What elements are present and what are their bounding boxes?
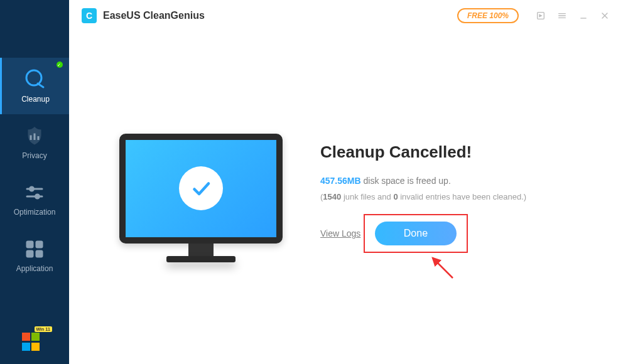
checkmark-icon (179, 166, 223, 210)
cleanup-icon (24, 68, 47, 91)
application-icon (23, 238, 46, 260)
app-logo-icon: C (82, 8, 97, 23)
junk-files-line: (1540 junk files and 0 invalid entries h… (320, 192, 603, 201)
feedback-icon[interactable] (535, 10, 546, 21)
active-check-badge (57, 62, 63, 68)
content-area: Cleanup Cancelled! 457.56MB disk space i… (69, 31, 628, 364)
win-version-tag: Win 11 (35, 326, 53, 332)
view-logs-link[interactable]: View Logs (320, 228, 360, 238)
junk-count-value: 1540 (323, 192, 341, 201)
minimize-icon[interactable] (578, 10, 589, 21)
sidebar-item-label: Cleanup (21, 95, 50, 104)
sidebar: Cleanup Privacy Optimization Application… (0, 0, 69, 364)
svg-point-2 (30, 187, 34, 191)
windows-badge[interactable]: Win 11 (22, 333, 41, 351)
svg-point-4 (36, 195, 40, 198)
sidebar-item-privacy[interactable]: Privacy (0, 114, 69, 171)
close-icon[interactable] (599, 10, 610, 21)
menu-icon[interactable] (556, 10, 568, 21)
svg-rect-7 (26, 250, 34, 258)
main-panel: C EaseUS CleanGenius FREE 100% (69, 0, 628, 364)
done-button[interactable]: Done (375, 222, 457, 245)
svg-rect-6 (36, 241, 43, 249)
app-window: Cleanup Privacy Optimization Application… (0, 0, 628, 364)
monitor-illustration (94, 134, 308, 262)
privacy-icon (23, 125, 46, 147)
sidebar-item-label: Application (16, 264, 53, 273)
svg-line-16 (433, 258, 453, 278)
svg-rect-5 (26, 241, 34, 249)
annotation-highlight-box: Done (364, 214, 468, 253)
invalid-count-value: 0 (393, 192, 398, 201)
svg-rect-8 (36, 250, 43, 258)
result-heading: Cleanup Cancelled! (320, 142, 603, 162)
sidebar-item-label: Privacy (22, 151, 46, 160)
annotation-arrow-icon (426, 252, 458, 286)
sidebar-item-cleanup[interactable]: Cleanup (0, 58, 69, 114)
freed-size-value: 457.56MB (320, 176, 361, 186)
sidebar-item-label: Optimization (14, 208, 56, 217)
result-panel: Cleanup Cancelled! 457.56MB disk space i… (308, 142, 603, 253)
svg-point-0 (26, 70, 41, 85)
app-title: EaseUS CleanGenius (103, 10, 205, 21)
sidebar-item-application[interactable]: Application (0, 227, 69, 284)
sidebar-item-optimization[interactable]: Optimization (0, 171, 69, 227)
freed-space-line: 457.56MB disk space is freed up. (320, 176, 603, 186)
titlebar: C EaseUS CleanGenius FREE 100% (69, 0, 628, 31)
free-upgrade-badge[interactable]: FREE 100% (457, 8, 519, 23)
optimization-icon (23, 181, 46, 204)
